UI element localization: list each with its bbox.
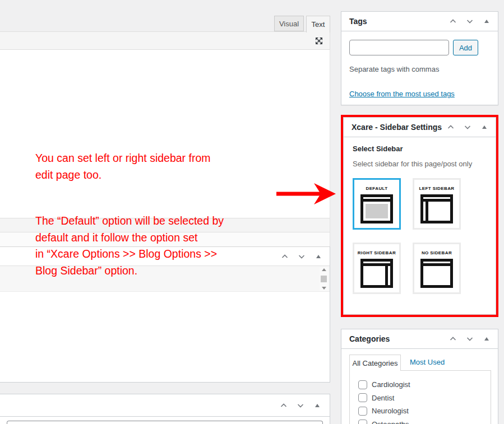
chevron-down-icon[interactable] [465,17,474,26]
select-sidebar-label: Select Sidebar [353,145,403,153]
sidebar-option-label: DEFAULT [366,186,387,191]
category-row: Neurologist [358,404,491,418]
annotation-arrow-icon [272,181,340,206]
sidebar-option-none[interactable]: NO SIDEBAR [413,243,461,294]
annotation-note-1: You can set left or right sidebar from e… [35,150,282,183]
chevron-up-icon[interactable] [279,401,288,410]
chevron-up-icon[interactable] [448,17,457,26]
collapse-toggle-icon[interactable] [482,334,491,343]
category-label: Cardiologist [372,380,410,389]
scrollbar[interactable] [320,267,328,291]
categories-metabox: Categories All Categories Most Used Card… [341,329,498,424]
xcare-title: Xcare - Sidebar Settings [352,123,442,132]
tab-all-categories[interactable]: All Categories [349,355,401,371]
sidebar-options-grid: DEFAULT LEFT SIDEBAR RIGHT SIDEBAR [353,178,488,294]
bottom-metabox-header[interactable] [0,394,330,417]
chevron-down-icon[interactable] [296,401,305,410]
category-checkbox[interactable] [358,420,367,424]
sidebar-option-label: RIGHT SIDEBAR [358,250,396,255]
fullscreen-expand-icon[interactable] [314,36,324,46]
sidebar-option-left[interactable]: LEFT SIDEBAR [413,178,461,230]
collapse-toggle-icon[interactable] [480,123,489,132]
most-used-tags-link[interactable]: Choose from the most used tags [349,90,455,98]
chevron-up-icon[interactable] [448,334,457,343]
chevron-down-icon[interactable] [465,334,474,343]
editor-toolbar [0,32,330,50]
sidebar-option-label: LEFT SIDEBAR [419,186,454,191]
xcare-header[interactable]: Xcare - Sidebar Settings [344,118,496,137]
xcare-sidebar-metabox: Xcare - Sidebar Settings Select Sidebar … [343,117,496,315]
chevron-up-icon[interactable] [446,123,455,132]
chevron-down-icon[interactable] [463,123,472,132]
category-checkbox[interactable] [358,407,367,416]
partial-input-field[interactable] [7,421,323,424]
select-sidebar-description: Select sidebar for this page/post only [353,160,472,168]
category-row: Dentist [358,392,491,405]
collapse-toggle-icon[interactable] [314,252,323,261]
layout-no-sidebar-icon [420,259,453,288]
category-label: Dentist [372,394,394,402]
tab-most-used[interactable]: Most Used [410,358,445,366]
tab-visual[interactable]: Visual [274,16,304,31]
collapse-toggle-icon[interactable] [482,17,491,26]
category-row: Osteopaths [358,418,491,424]
category-checkbox[interactable] [358,393,367,402]
layout-right-sidebar-icon [360,259,393,288]
category-row: Cardiologist [358,378,491,392]
tags-input[interactable] [349,40,449,55]
tags-title: Tags [349,17,367,26]
add-tag-button[interactable]: Add [453,40,478,55]
bottom-metabox [0,394,330,424]
scroll-thumb[interactable] [321,276,327,282]
tags-metabox: Tags Add Separate tags with commas Choos… [341,11,498,105]
collapse-toggle-icon[interactable] [313,401,322,410]
categories-title: Categories [349,334,390,343]
layout-default-icon [360,194,393,223]
tab-text[interactable]: Text [306,16,330,32]
scroll-up-icon[interactable] [322,268,326,271]
tags-header[interactable]: Tags [341,12,498,31]
page: Visual Text [0,0,504,424]
category-checkbox[interactable] [358,380,367,389]
category-label: Neurologist [372,407,409,415]
tags-hint: Separate tags with commas [349,65,439,73]
sidebar-option-right[interactable]: RIGHT SIDEBAR [353,243,401,294]
annotation-note-2: The “Default” option will be selected by… [35,213,299,279]
sidebar-option-default[interactable]: DEFAULT [353,178,401,230]
categories-header[interactable]: Categories [341,329,498,349]
sidebar-option-label: NO SIDEBAR [422,250,452,255]
categories-list: Cardiologist Dentist Neurologist Osteopa… [349,370,491,424]
layout-left-sidebar-icon [420,194,453,223]
scroll-down-icon[interactable] [322,287,326,290]
category-label: Osteopaths [372,420,409,424]
